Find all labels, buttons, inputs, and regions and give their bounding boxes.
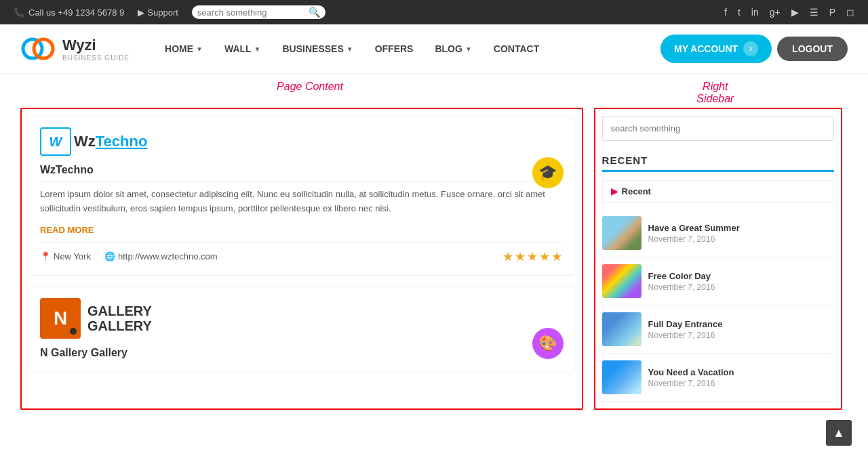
main-nav: HOME ▼ WALL ▼ BUSINESSES ▼ OFFERS BLOG ▼… — [157, 38, 654, 60]
topbar-search-input[interactable] — [197, 7, 306, 18]
nav-blog-arrow: ▼ — [465, 45, 472, 53]
topbar-search-box[interactable]: 🔍 — [192, 5, 326, 19]
social-googleplus[interactable]: g+ — [770, 7, 781, 18]
logout-button[interactable]: LOGOUT — [777, 37, 848, 61]
scroll-top-button[interactable]: ▲ — [826, 420, 852, 423]
wztechno-name-display: WzTechno — [74, 133, 147, 150]
graduation-badge: 🎓 — [532, 157, 564, 188]
biz-location: 📍 New York — [40, 251, 91, 261]
recent-arrow-icon: ▶ — [611, 186, 618, 196]
recent-date-0: November 7, 2016 — [648, 234, 740, 244]
social-twitter[interactable]: t — [738, 7, 741, 18]
nav-offers[interactable]: OFFERS — [367, 38, 422, 60]
nav-home[interactable]: HOME ▼ — [157, 38, 211, 60]
biz-header-ngallery: N GALLERY GALLERY — [40, 298, 564, 339]
social-flickr[interactable]: ☰ — [810, 7, 818, 18]
biz-header-wztechno: W WzTechno — [40, 127, 564, 156]
right-sidebar: RECENT ▶ Recent Have a Great Summer Nove… — [594, 108, 842, 410]
biz-website[interactable]: 🌐 http://www.wztechno.com — [104, 251, 218, 261]
wztechno-icon-box: W — [40, 127, 71, 156]
nav-contact[interactable]: CONTACT — [486, 38, 547, 60]
social-instagram[interactable]: ◻ — [846, 7, 854, 18]
recent-name-0: Have a Great Summer — [648, 223, 740, 233]
biz-footer-left: 📍 New York 🌐 http://www.wztechno.com — [40, 251, 218, 261]
biz-divider — [40, 182, 564, 182]
recent-divider — [602, 170, 834, 172]
recent-img-vacation — [602, 360, 642, 394]
nav-businesses[interactable]: BUSINESSES ▼ — [275, 38, 361, 60]
gallery-name-line2: GALLERY — [87, 318, 152, 333]
arrow-icon: ▶ — [138, 7, 144, 18]
topbar-support[interactable]: ▶ Support — [138, 7, 178, 18]
recent-section-title: RECENT — [602, 154, 834, 166]
recent-info-3: You Need a Vacation November 7, 2016 — [648, 367, 734, 388]
recent-info-0: Have a Great Summer November 7, 2016 — [648, 223, 740, 244]
nav-blog[interactable]: BLOG ▼ — [427, 38, 479, 60]
page-content-label: Page Content — [20, 81, 599, 105]
topbar: 📞 Call us +49 1234 5678 9 ▶ Support 🔍 f … — [0, 0, 868, 24]
social-linkedin[interactable]: in — [751, 7, 759, 18]
recent-img-summer — [602, 216, 642, 250]
topbar-social: f t in g+ ▶ ☰ P ◻ — [724, 7, 854, 18]
logo[interactable]: Wyzi BUSINESS GUIDE — [20, 31, 130, 66]
main-layout: W WzTechno 🎓 WzTechno Lorem ipsum dolor … — [0, 108, 868, 423]
recent-header: ▶ Recent — [602, 180, 834, 203]
layout-labels: Page Content Right Sidebar — [0, 81, 868, 105]
recent-date-2: November 7, 2016 — [648, 331, 723, 340]
location-icon: 📍 — [40, 251, 51, 261]
my-account-button[interactable]: MY ACCOUNT › — [660, 35, 772, 63]
gallery-name-line1: GALLERY — [87, 303, 152, 318]
phone-icon: 📞 — [14, 7, 24, 18]
recent-item-1[interactable]: Free Color Day November 7, 2016 — [602, 257, 834, 306]
biz-logo-ngallery: N GALLERY GALLERY — [40, 298, 152, 339]
social-pinterest[interactable]: P — [829, 7, 835, 18]
social-youtube[interactable]: ▶ — [791, 7, 799, 18]
recent-header-label: Recent — [622, 186, 651, 196]
biz-title-ngallery: N Gallery Gallery — [40, 347, 564, 359]
logo-name: Wyzi — [62, 37, 130, 54]
recent-item-3[interactable]: You Need a Vacation November 7, 2016 — [602, 354, 834, 402]
recent-info-2: Full Day Entrance November 7, 2016 — [648, 319, 723, 340]
biz-description-wztechno: Lorem ipsum dolor sit amet, consectetur … — [40, 188, 564, 216]
recent-date-3: November 7, 2016 — [648, 379, 734, 388]
recent-info-1: Free Color Day November 7, 2016 — [648, 271, 715, 292]
location-text: New York — [54, 251, 91, 261]
nav-wall-arrow: ▼ — [254, 45, 261, 53]
support-label: Support — [147, 7, 178, 18]
social-facebook[interactable]: f — [724, 7, 727, 18]
website-url: http://www.wztechno.com — [118, 251, 218, 261]
business-card-wztechno: W WzTechno 🎓 WzTechno Lorem ipsum dolor … — [28, 116, 575, 276]
phone-text: Call us +49 1234 5678 9 — [28, 7, 124, 18]
my-account-arrow-icon: › — [743, 41, 758, 56]
biz-footer-wztechno: 📍 New York 🌐 http://www.wztechno.com ★★★… — [40, 242, 564, 264]
topbar-left: 📞 Call us +49 1234 5678 9 ▶ Support 🔍 — [14, 5, 326, 19]
recent-img-entrance — [602, 312, 642, 346]
recent-item-0[interactable]: Have a Great Summer November 7, 2016 — [602, 209, 834, 257]
nav-wall[interactable]: WALL ▼ — [216, 38, 269, 60]
topbar-search-button[interactable]: 🔍 — [309, 7, 320, 18]
biz-title-wztechno: WzTechno — [40, 164, 564, 176]
nav-businesses-arrow: ▼ — [347, 45, 353, 53]
gallery-n-dot — [70, 328, 77, 335]
logo-icon — [20, 31, 56, 66]
logo-text: Wyzi BUSINESS GUIDE — [62, 37, 130, 62]
business-card-ngallery: N GALLERY GALLERY N Gallery Gallery 🎨 — [28, 287, 575, 373]
recent-name-2: Full Day Entrance — [648, 319, 723, 329]
recent-name-1: Free Color Day — [648, 271, 715, 281]
biz-logo-wztechno: W WzTechno — [40, 127, 147, 156]
recent-img-color — [602, 264, 642, 298]
right-sidebar-label: Right Sidebar — [599, 81, 831, 105]
sidebar-search-box[interactable] — [602, 116, 834, 141]
sidebar-search-input[interactable] — [603, 117, 833, 140]
read-more-link-wztechno[interactable]: READ MORE — [40, 225, 94, 235]
recent-date-1: November 7, 2016 — [648, 282, 715, 292]
palette-badge: 🎨 — [532, 328, 564, 359]
gallery-n-icon: N — [40, 298, 81, 339]
website-icon: 🌐 — [104, 251, 115, 261]
gallery-text: GALLERY GALLERY — [87, 303, 152, 333]
topbar-phone: 📞 Call us +49 1234 5678 9 — [14, 7, 124, 18]
nav-home-arrow: ▼ — [196, 45, 203, 53]
page-content: W WzTechno 🎓 WzTechno Lorem ipsum dolor … — [20, 108, 583, 410]
recent-name-3: You Need a Vacation — [648, 367, 734, 377]
recent-item-2[interactable]: Full Day Entrance November 7, 2016 — [602, 306, 834, 354]
